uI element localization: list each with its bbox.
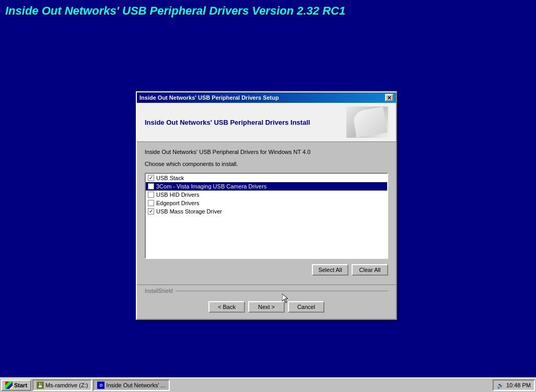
component-item-usb-stack[interactable]: USB Stack [146,174,387,182]
checkbox-mass-storage[interactable] [148,208,154,215]
installer-icon: ⚙ [97,382,104,389]
back-button[interactable]: < Back [208,301,245,313]
taskbar-time: 10:48 PM [506,382,531,388]
nav-button-row: < Back Next > Cancel [137,297,396,319]
dialog-close-button[interactable]: ✕ [385,94,393,101]
dialog-banner: Inside Out Networks' USB Peripheral Driv… [137,103,396,142]
start-icon [5,382,13,389]
select-clear-button-row: Select All Clear All [145,264,388,278]
taskbar-item-ramdrive-label: Ms-ramdrive (Z:) [45,382,88,388]
taskbar-item-installer-label: Inside Out Networks' ... [106,382,165,388]
checkbox-3com[interactable] [148,183,154,189]
dialog-content: Inside Out Networks' USB Peripheral Driv… [137,142,396,284]
start-button[interactable]: Start [1,379,31,391]
clear-all-button[interactable]: Clear All [352,264,388,276]
installshield-area: InstallShield [137,284,396,297]
component-item-edgeport[interactable]: Edgeport Drivers [146,199,387,207]
component-item-3com[interactable]: 3Com - Vista Imaging USB Camera Drivers [146,182,387,191]
start-label: Start [14,382,27,388]
installshield-separator-line [176,291,388,291]
component-label-hid: USB HID Drivers [156,192,200,198]
taskbar-item-ramdrive[interactable]: 💾 Ms-ramdrive (Z:) [32,379,92,391]
installshield-label: InstallShield [145,288,173,294]
components-list[interactable]: USB Stack 3Com - Vista Imaging USB Camer… [145,173,388,259]
dialog-banner-image [346,106,388,138]
component-label-3com: 3Com - Vista Imaging USB Camera Drivers [156,183,266,189]
taskbar-item-installer[interactable]: ⚙ Inside Out Networks' ... [93,379,169,391]
component-label-edgeport: Edgeport Drivers [156,200,200,206]
checkbox-usb-stack[interactable] [148,175,154,181]
dialog-title-text: Inside Out Networks' USB Peripheral Driv… [139,94,279,101]
component-item-mass-storage[interactable]: USB Mass Storage Driver [146,207,387,216]
system-tray-icon: 🔊 [497,382,504,389]
checkbox-hid[interactable] [148,192,154,198]
dialog-container: Inside Out Networks' USB Peripheral Driv… [136,91,397,320]
ramdrive-icon: 💾 [37,382,44,389]
desktop-title: Inside Out Networks' USB Peripheral Driv… [5,4,345,18]
dialog-body: Inside Out Networks' USB Peripheral Driv… [137,103,396,319]
taskbar: Start 💾 Ms-ramdrive (Z:) ⚙ Inside Out Ne… [0,377,536,392]
component-label-usb-stack: USB Stack [156,175,184,181]
taskbar-clock: 🔊 10:48 PM [493,379,535,391]
dialog-description-line1: Inside Out Networks' USB Peripheral Driv… [145,148,388,156]
checkbox-edgeport[interactable] [148,200,154,206]
dialog-banner-title: Inside Out Networks' USB Peripheral Driv… [145,118,346,126]
next-button[interactable]: Next > [248,301,285,313]
component-label-mass-storage: USB Mass Storage Driver [156,208,222,215]
select-all-button[interactable]: Select All [312,264,348,276]
dialog-window: Inside Out Networks' USB Peripheral Driv… [136,91,397,320]
cancel-button[interactable]: Cancel [288,301,324,313]
dialog-titlebar: Inside Out Networks' USB Peripheral Driv… [137,92,396,103]
dialog-description-line2: Choose which components to install. [145,160,388,168]
component-item-hid[interactable]: USB HID Drivers [146,191,387,199]
